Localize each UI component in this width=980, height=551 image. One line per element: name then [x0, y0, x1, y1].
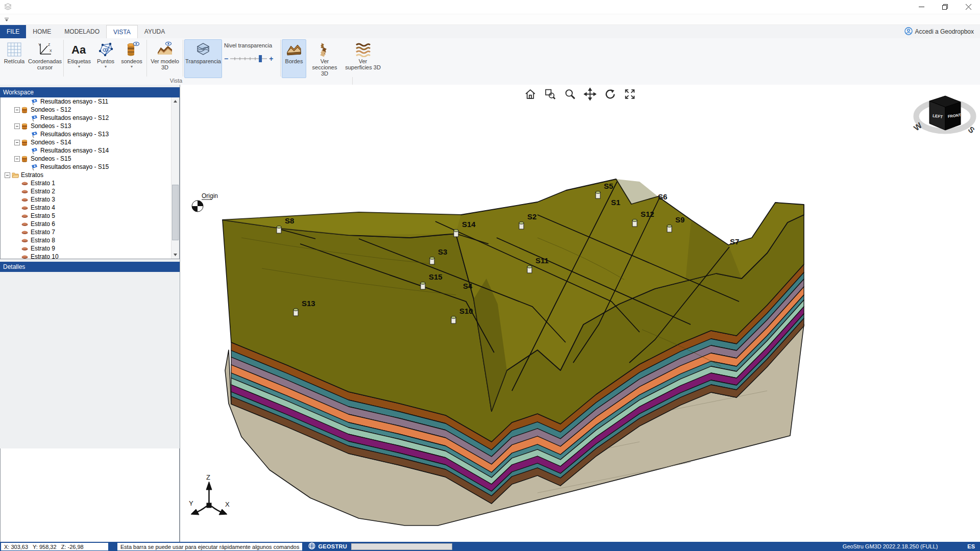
tree-item-label: Resultados ensayo - S15 — [40, 163, 109, 170]
command-bar-hint[interactable]: Esta barra se puede usar para ejecutar r… — [117, 543, 302, 550]
stratum-icon — [21, 180, 29, 187]
tree-item-label: Sondeos - S12 — [31, 106, 71, 113]
tab-ayuda[interactable]: AYUDA — [138, 25, 172, 38]
sondeos-button[interactable]: sondeos ▼ — [118, 39, 145, 78]
tree-item-label: Estrato 4 — [31, 204, 55, 211]
transparency-slider-block: Nivel transparencia − + — [222, 39, 279, 63]
borehole-s6[interactable]: S6 — [658, 192, 667, 201]
geodropbox-login[interactable]: Accedi a Geodropbox — [904, 25, 974, 38]
minimize-button[interactable] — [910, 0, 933, 14]
rotate-icon[interactable] — [603, 87, 617, 101]
tree-expander-collapse[interactable] — [5, 172, 10, 178]
geological-model[interactable] — [223, 179, 804, 525]
tree-item[interactable]: Sondeos - S12 — [1, 106, 179, 114]
tree-item[interactable]: Sondeos - S14 — [1, 138, 179, 146]
borehole-cap — [430, 257, 434, 259]
tree-item[interactable]: Resultados ensayo - S12 — [1, 114, 179, 122]
transparency-slider[interactable]: − + — [224, 55, 277, 63]
puntos-button[interactable]: Puntos ▼ — [93, 39, 118, 78]
borehole-s7[interactable]: S7 — [730, 237, 739, 246]
tab-home[interactable]: HOME — [26, 25, 58, 38]
details-panel — [0, 448, 180, 551]
home-icon[interactable] — [524, 87, 537, 101]
borehole-cap — [667, 225, 672, 227]
slider-minus[interactable]: − — [224, 56, 228, 62]
transparencia-button[interactable]: Transparencia — [184, 39, 222, 78]
tree-item[interactable]: Sondeos - S15 — [1, 155, 179, 163]
tree-item-label: Sondeos - S13 — [31, 122, 71, 130]
tree-item-label: Resultados ensayo - S13 — [40, 131, 109, 138]
nav-cube[interactable]: W S LEFT FRONT — [912, 96, 976, 135]
tree-item[interactable]: Estrato 4 — [1, 204, 179, 212]
tree-item-label: Resultados ensayo - S11 — [40, 98, 108, 105]
axis-triad: Z X Y — [189, 473, 230, 515]
tree-item[interactable]: Estrato 5 — [1, 212, 179, 220]
close-button[interactable] — [957, 0, 980, 14]
tree-item[interactable]: Estrato 6 — [1, 220, 179, 228]
cursor-coordinates: X: 303,63 Y: 958,32 Z: -26,98 — [1, 543, 108, 550]
tree-item[interactable]: Resultados ensayo - S14 — [1, 146, 179, 155]
reticula-button[interactable]: Retícula — [1, 39, 28, 78]
tree-item[interactable]: Estrato 10 — [1, 253, 179, 259]
tree-item[interactable]: Estrato 8 — [1, 236, 179, 244]
workspace-header: Workspace — [0, 87, 180, 97]
borehole-s1[interactable]: S1 — [611, 198, 620, 207]
tree-item[interactable]: Resultados ensayo - S15 — [1, 163, 179, 171]
fullscreen-icon[interactable] — [623, 87, 636, 101]
chevron-down-icon: ▼ — [104, 65, 108, 68]
tree-item-label: Estrato 10 — [31, 253, 59, 259]
tab-file[interactable]: FILE — [0, 25, 26, 38]
borehole-s4[interactable]: S4 — [463, 282, 473, 290]
tree-item[interactable]: Estrato 3 — [1, 195, 179, 204]
borehole-cap — [519, 222, 524, 224]
tree-item[interactable]: Sondeos - S13 — [1, 122, 179, 130]
slider-handle[interactable] — [259, 55, 262, 62]
tree-expander-collapse[interactable] — [14, 156, 20, 162]
svg-text:Z: Z — [206, 473, 210, 481]
coordenadas-cursor-button[interactable]: Y Z X Coordenadas cursor — [28, 39, 62, 78]
tree-item[interactable]: Resultados ensayo - S11 — [1, 97, 179, 106]
tree-item[interactable]: Estrato 2 — [1, 187, 179, 195]
zoom-icon[interactable] — [564, 87, 577, 101]
scroll-down-icon[interactable] — [172, 251, 179, 259]
scroll-up-icon[interactable] — [172, 97, 179, 105]
tree-expander-collapse[interactable] — [14, 123, 20, 129]
scrollbar-thumb[interactable] — [172, 185, 179, 240]
borehole-label: S15 — [429, 272, 443, 281]
tree-item[interactable]: Estrato 1 — [1, 179, 179, 187]
tab-modelado[interactable]: MODELADO — [58, 25, 106, 38]
slider-track[interactable] — [230, 55, 267, 63]
grid-icon — [7, 41, 22, 58]
tree-item[interactable]: Estrato 7 — [1, 228, 179, 236]
tree-item[interactable]: Estratos — [1, 171, 179, 179]
zoom-window-icon[interactable] — [544, 87, 557, 101]
svg-text:X: X — [225, 500, 230, 508]
viewport-3d[interactable]: W S LEFT FRONT S8S14S2S5S6S1S12S9S7S3S11… — [180, 85, 980, 542]
tree-item-label: Sondeos - S15 — [31, 155, 71, 162]
geodropbox-login-label: Accedi a Geodropbox — [915, 28, 974, 35]
etiquetas-button[interactable]: Aa Etiquetas ▼ — [65, 39, 93, 78]
tree-expander-collapse[interactable] — [14, 140, 20, 145]
tree-expander-collapse[interactable] — [14, 107, 20, 113]
borehole-label: S9 — [675, 215, 684, 224]
scene-3d[interactable]: W S LEFT FRONT S8S14S2S5S6S1S12S9S7S3S11… — [180, 85, 980, 542]
borehole-label: S3 — [438, 247, 447, 256]
restore-button[interactable] — [933, 0, 957, 14]
ribbon-customize-icon[interactable] — [4, 15, 9, 24]
progress-bar — [351, 543, 452, 550]
language-indicator[interactable]: ES — [967, 543, 975, 549]
slider-plus[interactable]: + — [269, 56, 273, 62]
tree-item[interactable]: Resultados ensayo - S13 — [1, 130, 179, 138]
viewport-toolbar — [524, 87, 636, 101]
pan-icon[interactable] — [583, 87, 597, 101]
bordes-button[interactable]: Bordes — [282, 39, 306, 78]
tab-vista[interactable]: VISTA — [106, 25, 138, 39]
tree-item[interactable]: Estrato 9 — [1, 244, 179, 253]
ver-modelo-3d-button[interactable]: Ver modelo 3D — [148, 39, 182, 78]
tree-scrollbar[interactable] — [171, 97, 179, 259]
ver-superficies-3d-button[interactable]: Ver superficies 3D — [343, 39, 383, 78]
borehole-cap — [596, 191, 600, 193]
transparencia-label: Transparencia — [185, 58, 221, 64]
ver-secciones-3d-button[interactable]: Ver secciones 3D — [306, 39, 343, 78]
left-panel: Workspace Resultados ensayo - S11Sondeos… — [0, 85, 180, 542]
